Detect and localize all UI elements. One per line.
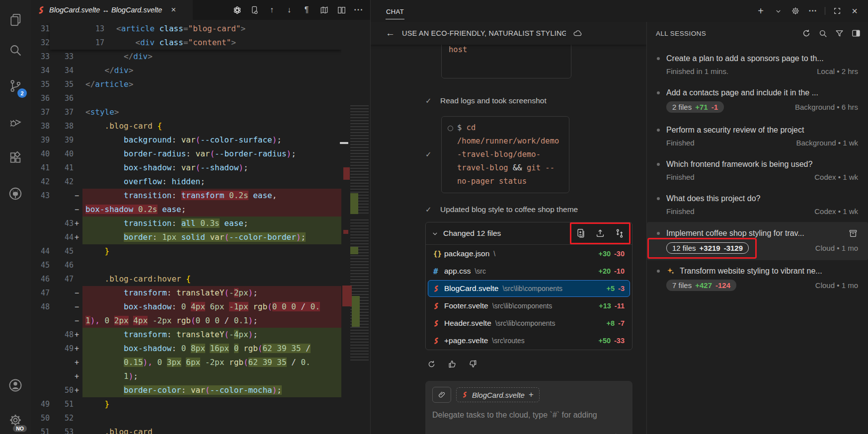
code-line: 39 39 background: var(--color-surface);	[31, 133, 341, 147]
thumbs-up-icon[interactable]	[446, 358, 458, 370]
old-line-number: 32	[31, 36, 50, 50]
apply-file-icon[interactable]	[575, 228, 586, 239]
old-line-number: 42	[31, 175, 50, 189]
retry-icon[interactable]	[425, 358, 437, 370]
file-row[interactable]: # app.css \src +20 -10	[428, 263, 630, 280]
file-path: \src\lib\components	[492, 302, 599, 310]
new-line-number: 48	[50, 328, 74, 342]
chevron-down-icon[interactable]	[432, 230, 438, 237]
openai-icon[interactable]	[231, 3, 243, 16]
files-count: 12 files	[672, 244, 696, 252]
code-line: 36 36	[31, 91, 341, 105]
tab-chat[interactable]: CHAT	[386, 6, 404, 19]
file-row[interactable]: Header.svelte \src\lib\components +8 -7	[428, 315, 630, 332]
session-item[interactable]: Create a plan to add a sponsors page to …	[657, 48, 858, 82]
archive-icon[interactable]	[848, 228, 858, 238]
tab-close-icon[interactable]: ×	[171, 5, 176, 15]
more-actions-icon[interactable]: ···	[807, 5, 818, 16]
session-item[interactable]: Add a contacts page and include it in th…	[657, 82, 858, 119]
new-line-number: 47	[50, 272, 74, 286]
file-row[interactable]: {} package.json \ +30 -30	[428, 245, 630, 262]
new-line-number: 43	[50, 217, 74, 230]
diff-sign: −	[74, 189, 82, 203]
step-read-logs: ✓ Read logs and took screenshot	[425, 96, 632, 105]
diff-editor[interactable]: 31 32 33 33	[31, 22, 341, 434]
sticky-scroll[interactable]: 13 <article class="blog-card"> 17 <div c…	[50, 22, 341, 50]
explorer-icon[interactable]	[0, 6, 31, 34]
secondary-sidebar: CHAT + ··· ×	[370, 0, 868, 434]
settings-gear-icon[interactable]: NO	[0, 406, 31, 434]
search-icon[interactable]	[818, 28, 828, 38]
diff-sign	[74, 258, 82, 272]
session-dot-icon	[657, 91, 660, 94]
code-text: </div>	[82, 50, 341, 64]
code-line: + 0.15), 0 3px 6px -2px rgb(62 39 35 / 0…	[31, 356, 341, 369]
export-icon[interactable]	[595, 228, 606, 239]
context-chip-blogcard[interactable]: BlogCard.svelte +	[456, 387, 540, 402]
send-icon[interactable]	[614, 432, 626, 434]
tab-blogcard-diff[interactable]: BlogCard.svelte ↔ BlogCard.svelte ×	[31, 0, 193, 20]
extensions-icon[interactable]	[0, 144, 31, 172]
scrollbar-handle[interactable]	[340, 142, 348, 144]
search-icon[interactable]	[0, 36, 31, 64]
chat-input[interactable]: Delegate tasks to the cloud, type `#` fo…	[432, 411, 626, 420]
attach-button[interactable]	[432, 387, 451, 403]
file-row[interactable]: +page.svelte \src\routes +50 -33	[428, 332, 630, 349]
new-line-number	[50, 356, 74, 369]
compare-changes-icon[interactable]	[614, 228, 625, 239]
code-text: 1), 0 2px 4px -2px rgb(0 0 0 / 0.1);	[82, 314, 341, 328]
file-row[interactable]: Footer.svelte \src\lib\components +13 -1…	[428, 297, 630, 314]
session-item[interactable]: Transform website styling to vibrant ne.…	[657, 260, 858, 297]
close-icon[interactable]: ×	[849, 5, 860, 16]
run-debug-icon[interactable]	[0, 108, 31, 136]
code-text: .blog-card {	[82, 119, 341, 133]
session-item[interactable]: Perform a security review of the project…	[657, 119, 858, 153]
file-row[interactable]: BlogCard.svelte \src\lib\components +5 -…	[428, 280, 630, 297]
svelte-icon	[433, 320, 440, 327]
source-control-icon[interactable]: 2	[0, 72, 31, 100]
additions-count: +8	[607, 319, 615, 327]
whitespace-icon[interactable]: ¶	[300, 3, 313, 16]
step-updated-style: ✓ Updated blog style to coffee shop them…	[425, 205, 632, 214]
account-icon[interactable]	[0, 371, 31, 399]
add-context-icon[interactable]: +	[529, 390, 534, 400]
code-text: .blog-card:hover {	[82, 272, 341, 286]
filter-icon[interactable]	[835, 28, 844, 38]
split-editor-icon[interactable]	[335, 3, 348, 16]
next-change-icon[interactable]: ↓	[283, 3, 296, 16]
chat-input-card[interactable]: BlogCard.svelte + Delegate tasks to the …	[425, 381, 632, 434]
code-line: 50 + border-color: var(--color-mocha);	[31, 383, 341, 397]
minimap[interactable]	[342, 22, 370, 434]
previous-change-icon[interactable]: ↑	[265, 3, 278, 16]
code-text: border-color: var(--color-mocha);	[82, 383, 341, 397]
fullscreen-icon[interactable]	[832, 5, 843, 16]
code-line: − 1), 0 2px 4px -2px rgb(0 0 0 / 0.1);	[31, 314, 341, 328]
layout-panel-icon[interactable]	[851, 28, 861, 38]
file-path: \	[493, 250, 598, 258]
more-actions-icon[interactable]: ···	[352, 3, 365, 16]
thumbs-down-icon[interactable]	[467, 358, 479, 370]
session-item[interactable]: Which frontend framework is being used? …	[657, 153, 858, 188]
map-icon[interactable]	[317, 3, 330, 16]
chip-label: BlogCard.svelte	[472, 391, 525, 399]
chat-messages[interactable]: host ✓ Read logs and took screenshot ✓ $…	[371, 45, 646, 434]
step-text: Read logs and took screenshot	[440, 96, 547, 105]
new-chat-icon[interactable]: +	[755, 5, 766, 16]
old-line-number: 43	[31, 189, 50, 203]
open-preview-icon[interactable]	[248, 3, 261, 16]
changed-files-header[interactable]: Changed 12 files	[426, 222, 632, 245]
session-item[interactable]: Implement coffee shop styling for trav..…	[647, 222, 868, 260]
old-line-number	[31, 203, 50, 217]
session-item[interactable]: What does this project do? Finished Code…	[657, 188, 858, 222]
step-text: Updated blog style to coffee shop theme	[440, 205, 578, 214]
back-arrow-icon[interactable]: ←	[386, 28, 395, 39]
old-line-number: 31	[31, 22, 50, 36]
refresh-icon[interactable]	[801, 28, 811, 38]
diff-sign	[74, 64, 82, 77]
code-text: 0.15), 0 3px 6px -2px rgb(62 39 35 / 0.	[82, 356, 341, 369]
sticky-line-number: 13	[50, 22, 104, 36]
github-icon[interactable]	[0, 180, 31, 208]
settings-gear-icon[interactable]	[790, 5, 801, 16]
chevron-down-icon[interactable]	[773, 5, 784, 16]
code-text: }	[82, 244, 341, 258]
